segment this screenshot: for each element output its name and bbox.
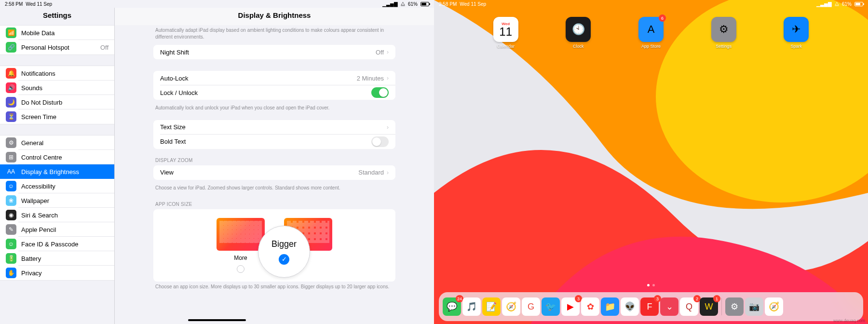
chevron-right-icon: › <box>387 75 389 81</box>
dock-app[interactable]: G <box>522 297 540 316</box>
sidebar-item-privacy[interactable]: ✋Privacy <box>0 266 114 280</box>
app-app-store[interactable]: A6App Store <box>636 17 666 49</box>
bigger-callout: Bigger ✓ <box>258 226 310 278</box>
caption-view: Choose a view for iPad. Zoomed shows lar… <box>153 183 395 196</box>
dock-app[interactable]: W1 <box>700 297 718 316</box>
option-more[interactable]: More <box>217 218 265 273</box>
menu-icon: ⚙︎ <box>6 137 16 148</box>
app-calendar[interactable]: Wed11Calendar <box>490 17 521 49</box>
sidebar-item-control-centre[interactable]: ⊞Control Centre <box>0 150 114 164</box>
toggle-bold-text[interactable] <box>371 136 389 147</box>
battery-icon <box>854 2 863 6</box>
caption-truetone: Automatically adapt iPad display based o… <box>153 25 395 45</box>
dock-app[interactable]: 👽 <box>621 297 639 316</box>
dock-app[interactable]: 📁 <box>601 297 619 316</box>
dock-app[interactable]: F3 <box>640 297 659 316</box>
dock-app[interactable]: ✿ <box>581 297 599 316</box>
dock-app[interactable]: 💬24 <box>443 297 461 316</box>
radio-more[interactable] <box>237 265 244 273</box>
menu-icon: ☺ <box>6 181 16 191</box>
row-night-shift[interactable]: Night Shift Off › <box>153 45 395 59</box>
badge: 6 <box>659 14 666 22</box>
dock-app[interactable]: 📷 <box>745 297 763 316</box>
sidebar-item-display-brightness[interactable]: AADisplay & Brightness <box>0 164 114 179</box>
sidebar-item-wallpaper[interactable]: ❀Wallpaper <box>0 193 114 208</box>
status-bar: 2:58 PMWed 11 Sep ▁▃▅▇ ⧋ 61% <box>0 0 434 8</box>
chevron-right-icon: › <box>387 49 389 55</box>
app-icon: A6 <box>638 17 664 42</box>
dock-app[interactable]: 📝 <box>482 297 501 316</box>
menu-icon: ✋ <box>6 268 16 278</box>
header-app-icon-size: APP ICON SIZE <box>153 196 395 209</box>
menu-icon: ⊞ <box>6 152 16 162</box>
dock: 💬24🎵📝🧭G🐦▶3✿📁👽F3⌄Q2W1⚙︎📷🧭 <box>439 292 863 321</box>
page-dots[interactable] <box>647 284 655 286</box>
battery-icon <box>420 2 429 6</box>
menu-icon: 🔔 <box>6 68 16 79</box>
app-spark[interactable]: ✈︎Spark <box>781 17 812 49</box>
dock-app[interactable]: Q2 <box>680 297 698 316</box>
app-icon: ✈︎ <box>784 17 809 42</box>
watermark: www.deuaq.com <box>833 318 865 323</box>
detail-pane: Display & Brightness Automatically adapt… <box>114 8 434 324</box>
app-icon: Wed11 <box>493 17 518 42</box>
sidebar-item-sounds[interactable]: 🔊Sounds <box>0 81 114 95</box>
menu-icon: ☺ <box>6 239 16 249</box>
thumb-more <box>217 218 265 251</box>
header-display-zoom: DISPLAY ZOOM <box>153 152 395 165</box>
app-icon: ⚙︎ <box>711 17 736 42</box>
dock-separator <box>721 298 722 315</box>
row-lock-unlock[interactable]: Lock / Unlock <box>153 85 395 100</box>
sidebar-item-battery[interactable]: 🔋Battery <box>0 251 114 266</box>
menu-icon: ◉ <box>6 210 16 220</box>
detail-title: Display & Brightness <box>115 8 434 25</box>
caption-lockunlock: Automatically lock and unlock your iPad … <box>153 103 395 116</box>
menu-icon: 🔋 <box>6 253 16 264</box>
dock-app[interactable]: ▶3 <box>561 297 580 316</box>
sidebar-item-face-id-passcode[interactable]: ☺Face ID & Passcode <box>0 237 114 251</box>
sidebar-item-mobile-data[interactable]: 📶Mobile Data <box>0 26 114 40</box>
signal-icon: ▁▃▅▇ <box>816 1 832 7</box>
home-status-bar: 2:58 PMWed 11 Sep ▁▃▅▇ ⧋ 61% <box>434 0 868 8</box>
chevron-right-icon: › <box>387 124 389 131</box>
sidebar-title: Settings <box>0 8 114 25</box>
signal-icon: ▁▃▅▇ <box>382 1 398 7</box>
row-bold-text[interactable]: Bold Text <box>153 135 395 149</box>
menu-icon: ⏳ <box>6 111 16 122</box>
sidebar-item-general[interactable]: ⚙︎General <box>0 135 114 150</box>
menu-icon: 📶 <box>6 27 16 38</box>
sidebar-item-accessibility[interactable]: ☺Accessibility <box>0 179 114 193</box>
menu-icon: 🔗 <box>6 42 16 53</box>
app-settings[interactable]: ⚙︎Settings <box>708 17 739 49</box>
sidebar-item-apple-pencil[interactable]: ✎Apple Pencil <box>0 222 114 237</box>
dock-app[interactable]: 🐦 <box>542 297 560 316</box>
row-view[interactable]: View Standard › <box>153 165 395 180</box>
dock-app[interactable]: 🧭 <box>765 297 783 316</box>
menu-icon: 🌙 <box>6 97 16 108</box>
caption-appicon: Choose an app icon size. More displays u… <box>153 282 395 295</box>
sidebar-item-siri-search[interactable]: ◉Siri & Search <box>0 208 114 222</box>
wifi-icon: ⧋ <box>401 1 405 7</box>
app-clock[interactable]: 🕙Clock <box>563 17 594 49</box>
dock-app[interactable]: ⌄ <box>660 297 678 316</box>
badge: 1 <box>713 295 720 302</box>
dock-app[interactable]: 🧭 <box>502 297 520 316</box>
menu-icon: ❀ <box>6 195 16 206</box>
dock-app[interactable]: ⚙︎ <box>725 297 744 316</box>
sidebar-item-do-not-disturb[interactable]: 🌙Do Not Disturb <box>0 95 114 109</box>
app-icon: 🕙 <box>566 17 591 42</box>
sidebar-item-notifications[interactable]: 🔔Notifications <box>0 66 114 81</box>
wifi-icon: ⧋ <box>835 1 839 7</box>
check-icon: ✓ <box>279 254 289 265</box>
row-auto-lock[interactable]: Auto-Lock 2 Minutes › <box>153 71 395 85</box>
home-indicator[interactable] <box>188 319 246 321</box>
menu-icon: AA <box>6 166 16 177</box>
row-text-size[interactable]: Text Size › <box>153 120 395 135</box>
toggle-lock-unlock[interactable] <box>371 87 389 98</box>
dock-app[interactable]: 🎵 <box>462 297 481 316</box>
sidebar-item-screen-time[interactable]: ⏳Screen Time <box>0 109 114 124</box>
menu-icon: 🔊 <box>6 82 16 93</box>
settings-sidebar: Settings 📶Mobile Data🔗Personal HotspotOf… <box>0 8 114 324</box>
sidebar-item-personal-hotspot[interactable]: 🔗Personal HotspotOff <box>0 40 114 54</box>
chevron-right-icon: › <box>387 169 389 176</box>
